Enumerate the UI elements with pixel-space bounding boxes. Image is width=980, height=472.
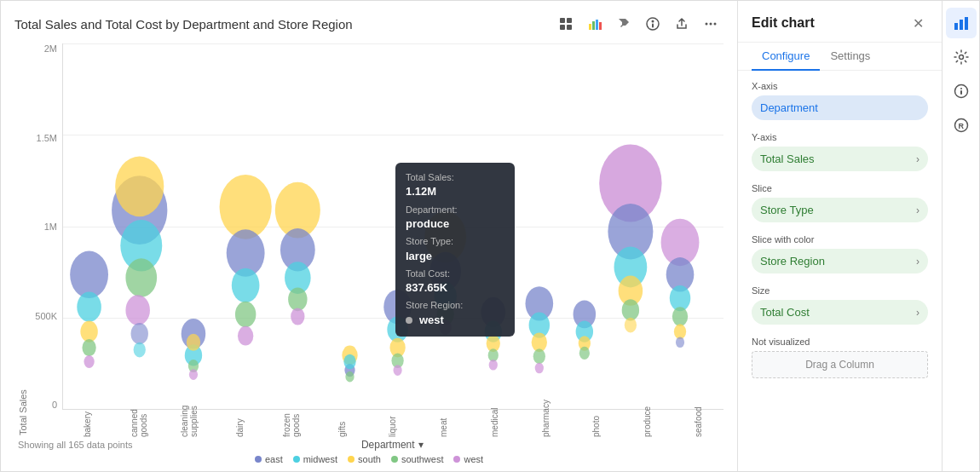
slice-color-field-label: Slice with color <box>752 234 928 245</box>
edit-panel: Edit chart ✕ Configure Settings X-axis D… <box>737 1 942 471</box>
x-label-photo: photo <box>571 410 622 435</box>
svg-point-39 <box>288 287 307 311</box>
tab-settings[interactable]: Settings <box>820 43 880 71</box>
legend-dot-south <box>348 456 355 463</box>
legend-item-south: south <box>348 454 381 464</box>
chart-view-button[interactable] <box>582 11 608 37</box>
x-axis-selector[interactable]: Department ▾ <box>361 439 424 451</box>
x-label-seafood: seafood <box>672 410 723 435</box>
svg-point-43 <box>343 354 355 370</box>
close-icon: ✕ <box>913 15 924 32</box>
chart-legend: east midwest south southwest west <box>14 454 723 464</box>
field-group-yaxis: Y-axis Total Sales › <box>752 132 928 171</box>
insights-button[interactable] <box>640 11 666 37</box>
svg-point-23 <box>125 295 150 325</box>
tab-configure[interactable]: Configure <box>752 43 820 71</box>
chart-toolbar <box>553 11 723 37</box>
right-sidebar: R <box>942 1 979 471</box>
close-edit-panel-button[interactable]: ✕ <box>908 13 928 33</box>
svg-text:R: R <box>958 122 964 130</box>
svg-point-24 <box>131 323 148 344</box>
chart-canvas-wrapper: Total Sales 2M 1.5M 1M 500K 0 <box>14 43 723 435</box>
x-label-gifts: gifts <box>316 410 367 435</box>
y-tick: 1.5M <box>28 133 62 143</box>
share-button[interactable] <box>669 11 695 37</box>
svg-rect-83 <box>965 17 968 30</box>
legend-label-southwest: southwest <box>401 454 444 464</box>
slice-chevron-icon: › <box>916 204 919 216</box>
sidebar-info-button[interactable] <box>946 76 977 106</box>
field-group-xaxis: X-axis Department <box>752 81 928 120</box>
not-visualized-label: Not visualized <box>752 337 928 347</box>
x-label-pharmacy: pharmacy <box>520 410 571 435</box>
svg-point-59 <box>489 360 498 371</box>
sidebar-settings-button[interactable] <box>946 42 977 72</box>
svg-point-30 <box>189 369 198 380</box>
svg-rect-10 <box>652 24 654 28</box>
svg-point-54 <box>440 319 452 335</box>
y-tick: 500K <box>28 311 62 321</box>
svg-rect-1 <box>567 18 572 23</box>
svg-rect-2 <box>560 25 565 30</box>
svg-point-9 <box>652 20 654 23</box>
svg-point-84 <box>959 55 963 60</box>
edit-panel-title: Edit chart <box>752 15 815 31</box>
svg-point-44 <box>345 371 354 383</box>
drag-column-area[interactable]: Drag a Column <box>752 351 928 378</box>
field-group-slice: Slice Store Type › <box>752 183 928 222</box>
svg-rect-5 <box>592 21 595 30</box>
chart-plot: Total Sales: 1.12M Department: produce S… <box>62 43 723 410</box>
svg-point-86 <box>960 88 962 89</box>
more-options-button[interactable] <box>698 11 723 37</box>
svg-rect-87 <box>960 90 962 95</box>
legend-dot-midwest <box>293 456 300 463</box>
svg-point-79 <box>674 324 686 339</box>
legend-dot-west <box>453 456 460 463</box>
svg-point-35 <box>238 326 253 346</box>
svg-point-25 <box>134 342 146 358</box>
x-label-medical: medical <box>470 410 521 435</box>
legend-label-east: east <box>265 454 283 464</box>
legend-label-midwest: midwest <box>303 454 337 464</box>
svg-point-78 <box>672 307 688 326</box>
svg-point-17 <box>82 339 95 356</box>
x-label-bakery: bakery <box>62 410 113 435</box>
svg-point-68 <box>579 347 590 360</box>
svg-rect-3 <box>567 25 572 30</box>
svg-point-34 <box>235 302 256 327</box>
bubble-chart-svg <box>63 43 723 409</box>
pin-button[interactable] <box>611 11 637 37</box>
y-tick: 0 <box>28 400 62 410</box>
y-axis-label: Total Sales <box>14 43 28 435</box>
y-tick: 2M <box>28 43 62 54</box>
sidebar-r-button[interactable]: R <box>946 110 977 141</box>
data-points-label: Showing all 165 data points <box>18 440 133 450</box>
chart-footer: Showing all 165 data points Department ▾ <box>14 439 723 451</box>
sidebar-chart-button[interactable] <box>946 8 977 38</box>
svg-rect-0 <box>560 18 565 23</box>
chart-title: Total Sales and Total Cost by Department… <box>14 17 353 32</box>
x-label-produce: produce <box>622 410 673 435</box>
slice-field-value[interactable]: Store Type › <box>752 198 928 222</box>
x-axis-field-value[interactable]: Department <box>752 95 928 120</box>
field-group-not-visualized: Not visualized Drag a Column <box>752 337 928 378</box>
field-group-slice-color: Slice with color Store Region › <box>752 234 928 273</box>
svg-point-74 <box>625 318 637 333</box>
slice-color-field-value[interactable]: Store Region › <box>752 249 928 273</box>
svg-point-31 <box>220 175 272 239</box>
y-tick: 1M <box>28 222 62 232</box>
table-view-button[interactable] <box>553 11 579 37</box>
edit-tabs: Configure Settings <box>738 43 942 71</box>
slice-field-label: Slice <box>752 183 928 193</box>
svg-point-21 <box>115 156 164 216</box>
chart-inner: 2M 1.5M 1M 500K 0 <box>28 43 723 435</box>
y-axis-ticks: 2M 1.5M 1M 500K 0 <box>28 43 62 410</box>
y-axis-field-value[interactable]: Total Sales › <box>752 147 928 171</box>
x-label-cleaning-supplies: cleaning supplies <box>164 410 215 435</box>
svg-rect-7 <box>599 22 602 30</box>
svg-point-64 <box>535 363 544 374</box>
size-field-value[interactable]: Total Cost › <box>752 300 928 325</box>
svg-point-13 <box>714 23 717 26</box>
dropdown-arrow-icon: ▾ <box>418 439 424 451</box>
svg-point-22 <box>125 258 157 296</box>
